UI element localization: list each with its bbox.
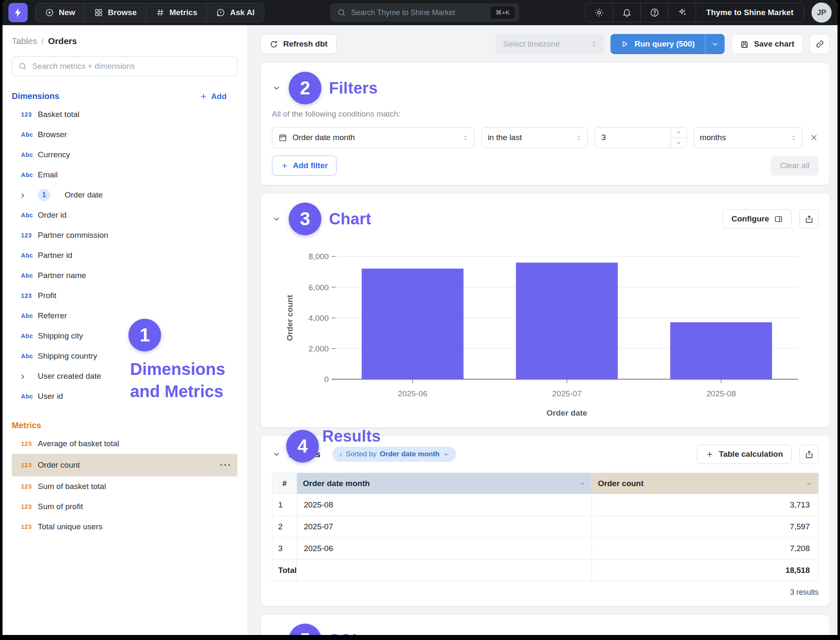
filter-rule-row: Order date month in the last 3 <box>272 127 819 148</box>
annotation-1: 1 Dimensions and Metrics <box>128 319 235 403</box>
table-row[interactable]: 22025-077,597 <box>272 516 819 538</box>
column-header-order-count[interactable]: Order count <box>592 473 819 494</box>
export-results-button[interactable] <box>799 445 819 464</box>
save-chart-button[interactable]: Save chart <box>731 34 803 54</box>
refresh-dbt-button[interactable]: Refresh dbt <box>261 34 337 54</box>
stepper-up-button[interactable] <box>671 127 686 138</box>
explore-sidebar: Tables / Orders Dimensions Add 123Basket… <box>3 25 248 635</box>
table-total-row: Total 18,518 <box>272 559 819 581</box>
configure-chart-button[interactable]: Configure <box>723 209 792 229</box>
add-filter-button[interactable]: Add filter <box>272 156 337 176</box>
refresh-icon <box>269 40 278 49</box>
fields-search-input[interactable] <box>32 62 231 71</box>
dimension-item[interactable]: AbcPartner name <box>12 265 237 286</box>
stepper-down-button[interactable] <box>671 138 686 148</box>
sorted-by-badge[interactable]: ↓ Sorted by Order date month <box>332 447 456 462</box>
nav-item-ask-ai[interactable]: Ask AI <box>207 3 263 22</box>
results-table: # Order date month Order count 12025-083 <box>272 473 819 581</box>
bar-2025-07[interactable] <box>516 263 618 379</box>
org-switcher[interactable]: Thyme to Shine Market <box>696 3 803 22</box>
user-avatar[interactable]: JP <box>811 3 832 23</box>
expand-chevron-icon[interactable]: › <box>21 371 38 381</box>
field-label: Order count <box>38 460 220 470</box>
filter-field-select[interactable]: Order date month <box>272 127 475 148</box>
gear-icon <box>594 8 604 18</box>
run-query-button[interactable]: Run query (500) <box>610 34 725 54</box>
annotation-1-circle: 1 <box>128 319 161 351</box>
run-query-options-button[interactable] <box>705 34 725 54</box>
sql-card: 5 SQL <box>261 614 830 635</box>
dimension-item[interactable]: 123Profit <box>12 286 237 306</box>
bar-2025-06[interactable] <box>362 268 464 379</box>
dimension-item[interactable]: AbcCurrency <box>12 145 237 165</box>
field-count-badge: 1 <box>38 189 50 201</box>
field-menu-button[interactable]: ••• <box>220 461 232 470</box>
fields-search-box[interactable] <box>12 56 237 76</box>
table-row[interactable]: 12025-083,713 <box>272 494 819 516</box>
filter-unit-select[interactable]: months <box>694 127 803 148</box>
sort-direction-arrow: ↓ <box>339 450 343 458</box>
dimension-item[interactable]: AbcEmail <box>12 165 237 185</box>
remove-filter-button[interactable] <box>809 133 819 142</box>
notifications-button[interactable] <box>613 3 641 22</box>
chevron-down-icon <box>272 83 281 93</box>
field-label: Partner commission <box>38 231 232 240</box>
filter-value-input[interactable]: 3 <box>595 127 687 148</box>
filters-collapse-chevron[interactable] <box>272 83 281 93</box>
nav-item-metrics[interactable]: Metrics <box>146 3 207 22</box>
svg-text:Order count: Order count <box>285 294 294 341</box>
dimension-item[interactable]: AbcOrder id <box>12 205 237 225</box>
text-type-icon: Abc <box>21 212 38 219</box>
dimension-item[interactable]: 123Basket total <box>12 104 237 125</box>
share-link-button[interactable] <box>810 34 830 54</box>
add-dimension-button[interactable]: Add <box>199 92 227 101</box>
annotation-4-label: Results <box>322 427 381 445</box>
order-count-bar-chart: 02,0004,0006,0008,0002025-062025-072025-… <box>272 239 819 429</box>
results-collapse-chevron[interactable] <box>272 450 281 459</box>
breadcrumb-tables-link[interactable]: Tables <box>12 36 37 46</box>
ai-sparkles-button[interactable] <box>668 3 696 22</box>
help-button[interactable] <box>641 3 668 22</box>
table-calculation-button[interactable]: Table calculation <box>697 445 792 464</box>
metric-item[interactable]: 123Average of basket total <box>12 434 237 454</box>
timezone-select[interactable]: Select timezone <box>496 34 604 54</box>
chart-collapse-chevron[interactable] <box>272 214 281 224</box>
global-search-input[interactable]: Search Thyme to Shine Market ⌘+K <box>330 3 519 22</box>
svg-text:Order date: Order date <box>546 408 587 417</box>
nav-item-browse[interactable]: Browse <box>85 3 146 22</box>
number-type-icon: 123 <box>21 503 38 510</box>
dimension-item[interactable]: 123Partner commission <box>12 225 237 245</box>
settings-button[interactable] <box>585 3 613 22</box>
table-row[interactable]: 32025-067,208 <box>272 538 819 559</box>
chevron-down-icon <box>272 214 281 224</box>
nav-item-new[interactable]: New <box>36 3 85 22</box>
annotation-4-circle: 4 <box>286 430 319 463</box>
chart-area[interactable]: 02,0004,0006,0008,0002025-062025-072025-… <box>272 239 819 429</box>
expand-chevron-icon[interactable]: › <box>21 190 38 200</box>
calendar-icon <box>278 133 287 142</box>
text-type-icon: Abc <box>21 131 38 138</box>
bar-2025-08[interactable] <box>670 322 772 379</box>
play-icon <box>621 40 629 48</box>
svg-text:2025-07: 2025-07 <box>552 389 582 398</box>
dimension-item[interactable]: ›1Order date <box>12 185 237 205</box>
metric-item[interactable]: 123Sum of profit <box>12 497 237 517</box>
metric-item[interactable]: 123Total unique users <box>12 517 237 537</box>
export-chart-button[interactable] <box>799 209 819 229</box>
floppy-disk-icon <box>740 40 749 49</box>
annotation-2-label: Filters <box>329 79 378 97</box>
column-header-order-date-month[interactable]: Order date month <box>297 473 592 494</box>
plus-icon <box>281 162 289 170</box>
metric-item[interactable]: 123Sum of basket total <box>12 476 237 497</box>
select-caret-icon <box>462 134 469 141</box>
metric-item[interactable]: 123Order count••• <box>12 454 237 476</box>
dimension-item[interactable]: AbcBrowser <box>12 125 237 145</box>
lightdash-logo[interactable] <box>8 3 28 22</box>
filter-operator-select[interactable]: in the last <box>481 127 587 148</box>
dimension-item[interactable]: AbcPartner id <box>12 245 237 265</box>
clear-all-filters-button[interactable]: Clear all <box>771 156 819 176</box>
primary-nav: New Browse Metrics Ask AI <box>35 3 264 22</box>
text-type-icon: Abc <box>21 252 38 259</box>
text-type-icon: Abc <box>21 272 38 279</box>
link-icon <box>815 39 824 49</box>
